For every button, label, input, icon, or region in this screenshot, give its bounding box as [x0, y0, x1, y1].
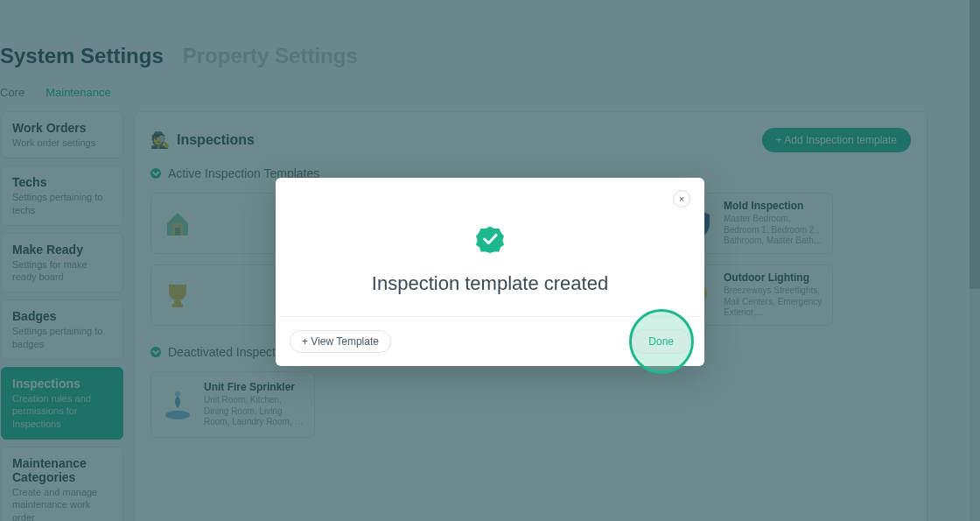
- success-check-icon: [476, 225, 504, 253]
- view-template-button[interactable]: + View Template: [290, 330, 391, 353]
- modal-footer: + View Template Done: [276, 316, 704, 366]
- modal-title: Inspection template created: [293, 272, 687, 295]
- done-button[interactable]: Done: [632, 329, 690, 354]
- modal-overlay: × Inspection template created + View Tem…: [0, 0, 980, 521]
- modal-body: Inspection template created: [276, 178, 704, 316]
- modal-close-button[interactable]: ×: [673, 190, 690, 208]
- success-modal: × Inspection template created + View Tem…: [276, 178, 704, 366]
